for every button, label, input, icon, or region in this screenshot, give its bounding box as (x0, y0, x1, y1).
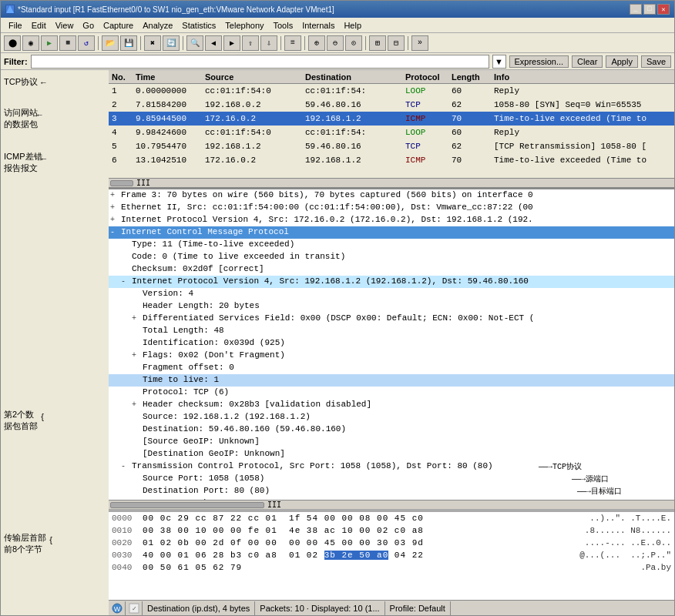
toolbar-reload-btn[interactable]: 🔄 (163, 35, 180, 51)
toolbar-zoomout-btn[interactable]: ⊖ (327, 35, 344, 51)
packet-row[interactable]: 1 0.00000000 cc:01:1f:54:0 cc:01:1f:54: … (109, 84, 674, 98)
filter-dropdown-btn[interactable]: ▼ (492, 55, 506, 69)
detail-item-frame[interactable]: + Frame 3: 70 bytes on wire (560 bits), … (109, 189, 674, 202)
toolbar-sep2 (140, 36, 141, 50)
detail-item-inner-ipv4[interactable]: - Internet Protocol Version 4, Src: 192.… (109, 276, 674, 288)
menu-internals[interactable]: Internals (297, 19, 339, 32)
detail-item-icmp[interactable]: - Internet Control Message Protocol (109, 226, 674, 239)
detail-item-ident[interactable]: Identification: 0x039d (925) (109, 337, 674, 350)
toolbar-open-btn[interactable]: ◉ (22, 35, 39, 51)
save-button[interactable]: Save (641, 55, 671, 68)
packet-row[interactable]: 4 9.98424600 cc:01:1f:54:0 cc:01:1f:54: … (109, 126, 674, 139)
detail-item-ipv4[interactable]: + Internet Protocol Version 4, Src: 172.… (109, 214, 674, 226)
tcp-label-arrow: ——→TCP协议 (539, 461, 582, 472)
menu-bar: File Edit View Go Capture Analyze Statis… (1, 18, 674, 33)
maximize-button[interactable]: □ (643, 4, 656, 15)
menu-edit[interactable]: Edit (27, 19, 51, 32)
menu-capture[interactable]: Capture (99, 19, 138, 32)
colorize-icon: ≡ (290, 38, 295, 47)
toolbar-resize-btn[interactable]: ⊞ (369, 35, 386, 51)
menu-analyze[interactable]: Analyze (138, 19, 177, 32)
menu-view[interactable]: View (51, 19, 79, 32)
expression-button[interactable]: Expression... (509, 55, 569, 68)
detail-scrollbar[interactable]: III (109, 500, 674, 509)
toolbar-save-btn[interactable]: 💾 (120, 35, 137, 51)
detail-text: Fragment offset: 0 (143, 363, 234, 372)
packet-list-scrollbar[interactable]: III (109, 178, 674, 187)
detail-item-fragoffset[interactable]: Fragment offset: 0 (109, 362, 674, 374)
arrow-right3-icon: ← (40, 154, 49, 163)
toolbar-down-btn[interactable]: ⇩ (260, 35, 277, 51)
detail-item-totlen[interactable]: Total Length: 48 (109, 325, 674, 337)
toolbar-restart-btn[interactable]: ↺ (78, 35, 95, 51)
toolbar-close-btn[interactable]: ✖ (144, 35, 161, 51)
clear-button[interactable]: Clear (572, 55, 603, 68)
detail-text: Destination: 59.46.80.160 (59.46.80.160) (143, 424, 346, 434)
filter-input[interactable] (31, 55, 489, 69)
detail-item-hdrcksum[interactable]: + Header checksum: 0x28b3 [validation di… (109, 399, 674, 411)
toolbar-extra-btn[interactable]: ⊟ (388, 35, 405, 51)
detail-item-protocol[interactable]: Protocol: TCP (6) (109, 387, 674, 399)
col-header-info: Info (494, 72, 674, 82)
detail-item-code[interactable]: Code: 0 (Time to live exceeded in transi… (109, 251, 674, 263)
filter-label: Filter: (4, 57, 28, 66)
detail-item-dstport[interactable]: Destination Port: 80 (80) ——→目标端口 (109, 485, 674, 497)
detail-item-dsf[interactable]: + Differentiated Services Field: 0x00 (D… (109, 313, 674, 325)
detail-item-tcp[interactable]: - Transmission Control Protocol, Src Por… (109, 460, 674, 473)
detail-item-ethernet[interactable]: + Ethernet II, Src: cc:01:1f:54:00:00 (c… (109, 202, 674, 214)
detail-item-version[interactable]: Version: 4 (109, 288, 674, 300)
toolbar-zoomfit-btn[interactable]: ⊙ (345, 35, 362, 51)
toolbar-colorize-btn[interactable]: ≡ (284, 35, 301, 51)
apply-button[interactable]: Apply (606, 55, 638, 68)
toolbar-open2-btn[interactable]: 📂 (102, 35, 119, 51)
left-annotations: TCP协议 ← 访问网站 的数据包 ← ICMP差错 报告报文 ← 第2个数 据… (1, 70, 109, 615)
packet-row[interactable]: 5 10.7954470 192.168.1.2 59.46.80.16 TCP… (109, 139, 674, 153)
detail-item-flags[interactable]: + Flags: 0x02 (Don't Fragment) (109, 350, 674, 362)
detail-item-ttl[interactable]: Time to live: 1 (109, 374, 674, 387)
toolbar-fwd-btn[interactable]: ▶ (223, 35, 240, 51)
minimize-button[interactable]: _ (630, 4, 642, 15)
spacer (132, 437, 143, 437)
detail-item-src-geoip[interactable]: [Source GeoIP: Unknown] (109, 436, 674, 448)
dropdown-arrow-icon: ▼ (495, 57, 503, 66)
detail-item-srcport[interactable]: Source Port: 1058 (1058) ——→源端口 (109, 473, 674, 485)
detail-scrollbar-thumb[interactable] (110, 502, 264, 508)
detail-item-checksum[interactable]: Checksum: 0x2d0f [correct] (109, 263, 674, 276)
toolbar: ⬤ ◉ ▶ ■ ↺ 📂 💾 ✖ 🔄 🔍 ◀ ▶ ⇧ ⇩ ≡ ⊕ ⊖ ⊙ ⊞ ⊟ … (1, 33, 674, 53)
packet-rows: 1 0.00000000 cc:01:1f:54:0 cc:01:1f:54: … (109, 84, 674, 178)
menu-go[interactable]: Go (78, 19, 99, 32)
detail-item-destination[interactable]: Destination: 59.46.80.160 (59.46.80.160) (109, 424, 674, 436)
menu-telephony[interactable]: Telephony (220, 19, 268, 32)
scrollbar-thumb[interactable] (110, 180, 133, 186)
save-icon: 💾 (124, 38, 133, 48)
toolbar-stop-btn[interactable]: ■ (59, 35, 76, 51)
detail-item-source[interactable]: Source: 192.168.1.2 (192.168.1.2) (109, 411, 674, 424)
menu-statistics[interactable]: Statistics (177, 19, 220, 32)
status-profile: Profile: Default (385, 601, 451, 615)
toolbar-zoomin-btn[interactable]: ⊕ (308, 35, 325, 51)
toolbar-back-btn[interactable]: ◀ (205, 35, 222, 51)
toolbar-search-btn[interactable]: 🔍 (186, 35, 203, 51)
hex-dump[interactable]: 0000 00 0c 29 cc 87 22 cc 01 1f 54 00 00… (109, 511, 674, 600)
toolbar-play-btn[interactable]: ▶ (41, 35, 58, 51)
detail-text: Transmission Control Protocol, Src Port:… (132, 461, 493, 470)
packet-row[interactable]: 2 7.81584200 192.168.0.2 59.46.80.16 TCP… (109, 98, 674, 112)
spacer (121, 264, 132, 265)
hex-row: 0000 00 0c 29 cc 87 22 cc 01 1f 54 00 00… (109, 512, 674, 524)
annotation-icmp: ICMP差错 报告报文 ← (4, 151, 42, 174)
packet-row-selected[interactable]: 3 9.85944500 172.16.0.2 192.168.1.2 ICMP… (109, 112, 674, 126)
detail-item-hdrlen[interactable]: Header Length: 20 bytes (109, 300, 674, 313)
detail-text: Header Length: 20 bytes (143, 301, 260, 310)
detail-item-dst-geoip[interactable]: [Destination GeoIP: Unknown] (109, 448, 674, 460)
menu-file[interactable]: File (4, 19, 27, 32)
menu-tools[interactable]: Tools (269, 19, 298, 32)
toolbar-more-btn[interactable]: » (411, 35, 428, 51)
menu-help[interactable]: Help (339, 19, 366, 32)
detail-scroll[interactable]: + Frame 3: 70 bytes on wire (560 bits), … (109, 189, 674, 500)
expand-icon: + (110, 190, 121, 199)
close-button[interactable]: ✕ (657, 4, 670, 15)
toolbar-new-btn[interactable]: ⬤ (4, 35, 21, 51)
detail-item-type[interactable]: Type: 11 (Time-to-live exceeded) (109, 239, 674, 251)
packet-row[interactable]: 6 13.1042510 172.16.0.2 192.168.1.2 ICMP… (109, 153, 674, 167)
toolbar-jump-btn[interactable]: ⇧ (242, 35, 259, 51)
